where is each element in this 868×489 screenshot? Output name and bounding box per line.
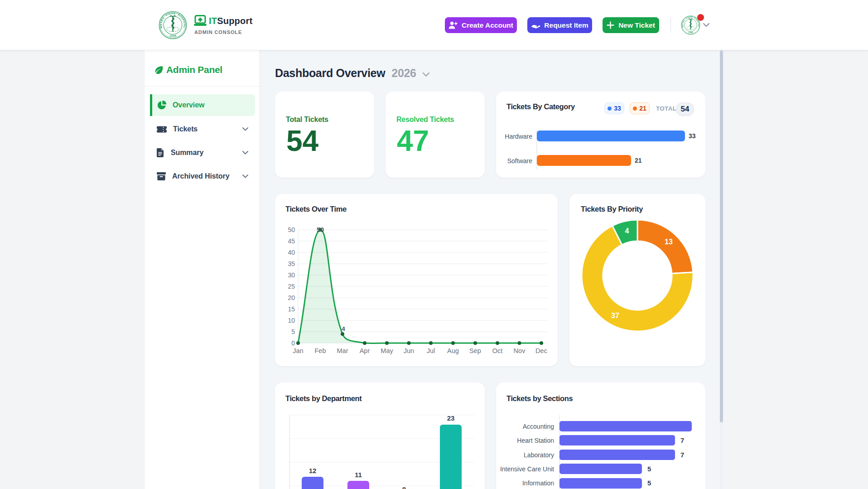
svg-text:Intensive Care Unit: Intensive Care Unit <box>500 465 554 473</box>
svg-text:Nov: Nov <box>514 347 526 354</box>
svg-text:Oct: Oct <box>492 347 503 354</box>
svg-text:Apr: Apr <box>360 347 370 354</box>
svg-text:·1998·: ·1998· <box>688 31 694 34</box>
svg-text:Jun: Jun <box>404 347 414 354</box>
svg-text:Accounting: Accounting <box>523 423 554 430</box>
svg-text:4: 4 <box>625 227 629 235</box>
svg-text:Software: Software <box>507 157 532 165</box>
svg-text:7: 7 <box>680 436 684 444</box>
svg-text:Sep: Sep <box>469 347 481 354</box>
svg-text:15: 15 <box>288 305 295 313</box>
svg-text:Mar: Mar <box>337 347 348 354</box>
svg-text:Laboratory: Laboratory <box>524 451 554 459</box>
svg-text:35: 35 <box>288 260 295 267</box>
svg-text:10: 10 <box>288 317 295 324</box>
svg-text:7: 7 <box>680 451 684 459</box>
svg-text:50: 50 <box>288 226 295 233</box>
svg-text:30: 30 <box>288 271 295 279</box>
svg-text:May: May <box>381 347 393 354</box>
svg-text:13: 13 <box>665 238 673 246</box>
svg-text:Aug: Aug <box>447 347 459 354</box>
svg-text:4: 4 <box>342 325 345 332</box>
svg-text:37: 37 <box>611 312 619 320</box>
svg-text:Heart Station: Heart Station <box>517 437 554 444</box>
svg-text:5: 5 <box>647 479 651 487</box>
svg-text:21: 21 <box>635 157 642 164</box>
svg-text:40: 40 <box>288 249 295 256</box>
svg-text:5: 5 <box>291 328 295 335</box>
svg-text:50: 50 <box>317 226 324 233</box>
svg-text:0: 0 <box>291 339 295 347</box>
svg-text:Hardware: Hardware <box>505 133 532 140</box>
svg-text:33: 33 <box>689 132 696 140</box>
svg-text:11: 11 <box>355 471 362 479</box>
svg-text:·1998·: ·1998· <box>169 34 177 37</box>
svg-text:Jul: Jul <box>427 347 435 354</box>
svg-text:Jan: Jan <box>293 347 303 354</box>
svg-text:5: 5 <box>647 465 651 473</box>
svg-text:Dec: Dec <box>535 347 547 354</box>
svg-text:12: 12 <box>309 467 317 474</box>
svg-text:20: 20 <box>288 294 295 301</box>
svg-text:8: 8 <box>402 485 406 489</box>
svg-text:Feb: Feb <box>315 347 326 354</box>
svg-text:25: 25 <box>288 283 295 290</box>
svg-text:23: 23 <box>447 414 455 422</box>
svg-text:45: 45 <box>288 237 295 245</box>
svg-text:Information: Information <box>522 479 554 487</box>
